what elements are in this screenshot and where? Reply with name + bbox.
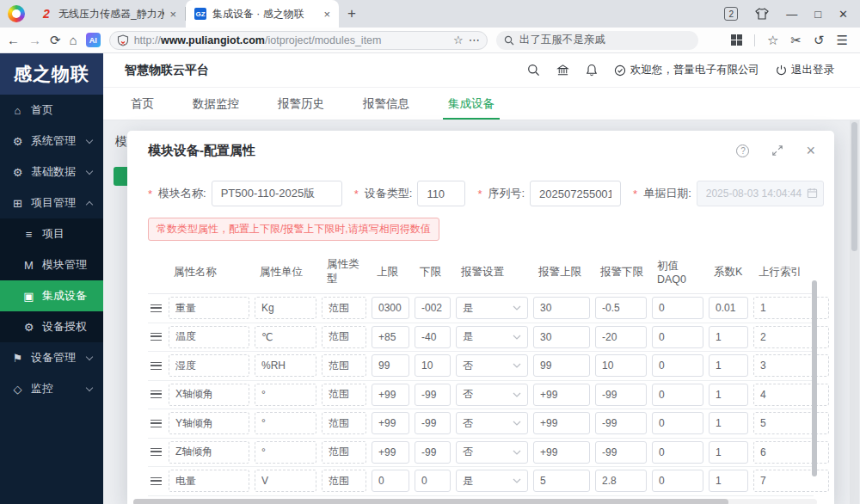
- init-daq0-input[interactable]: [652, 441, 703, 464]
- prop-type-input[interactable]: [322, 470, 366, 492]
- alarm-upper-input[interactable]: [533, 412, 590, 434]
- sidebar-item-module-mgmt[interactable]: M 模块管理: [0, 249, 103, 280]
- prop-name-input[interactable]: [169, 470, 249, 492]
- modal-close-icon[interactable]: ×: [806, 143, 815, 158]
- drag-handle-icon[interactable]: [148, 448, 163, 456]
- screenshot-scissors-icon[interactable]: ✂: [790, 34, 802, 46]
- prop-type-input[interactable]: [322, 297, 366, 319]
- browser-logo-icon[interactable]: [8, 5, 25, 22]
- uplink-index-input[interactable]: [753, 470, 829, 492]
- prop-unit-input[interactable]: [255, 384, 316, 406]
- prop-type-input[interactable]: [322, 412, 366, 434]
- alarm-lower-input[interactable]: [595, 470, 647, 492]
- prop-unit-input[interactable]: [255, 412, 316, 434]
- prop-unit-input[interactable]: [255, 441, 316, 464]
- alarm-setting-select[interactable]: 是: [456, 470, 528, 492]
- upper-limit-input[interactable]: [372, 326, 409, 348]
- prop-type-input[interactable]: [322, 326, 366, 348]
- init-daq0-input[interactable]: [652, 354, 703, 377]
- alarm-lower-input[interactable]: [595, 384, 647, 406]
- table-vertical-scrollbar[interactable]: [812, 280, 817, 476]
- prop-name-input[interactable]: [169, 412, 249, 434]
- ai-extension-icon[interactable]: AI: [86, 33, 101, 47]
- init-daq0-input[interactable]: [652, 326, 703, 348]
- address-bar[interactable]: http://www.puliangiot.com/iotproject/mod…: [109, 31, 488, 50]
- sidebar-item-system-mgmt[interactable]: ⚙ 系统管理: [0, 126, 103, 157]
- tab-integrated-devices[interactable]: 集成设备: [448, 88, 494, 120]
- coefficient-k-input[interactable]: [709, 384, 748, 406]
- prop-name-input[interactable]: [169, 384, 249, 406]
- uplink-index-input[interactable]: [753, 297, 829, 319]
- prop-type-input[interactable]: [322, 354, 366, 377]
- tab-alarm-info[interactable]: 报警信息: [363, 88, 409, 120]
- alarm-upper-input[interactable]: [533, 470, 590, 492]
- sidebar-item-device-auth[interactable]: ⚙ 设备授权: [0, 311, 103, 342]
- serial-number-input[interactable]: [530, 181, 621, 206]
- alarm-setting-select[interactable]: 否: [456, 384, 528, 406]
- drag-handle-icon[interactable]: [148, 477, 163, 485]
- sidebar-item-home[interactable]: ⌂ 首页: [0, 95, 103, 126]
- lower-limit-input[interactable]: [415, 297, 451, 319]
- browser-tab-1[interactable]: 2 无线压力传感器_静力水准仪_ ×: [32, 0, 185, 28]
- coefficient-k-input[interactable]: [709, 412, 748, 434]
- alarm-setting-select[interactable]: 否: [456, 354, 528, 377]
- drag-handle-icon[interactable]: [148, 362, 163, 370]
- more-options-icon[interactable]: ⋯: [469, 34, 480, 46]
- uplink-index-input[interactable]: [753, 384, 829, 406]
- alarm-upper-input[interactable]: [533, 384, 590, 406]
- window-close-button[interactable]: ✕: [838, 8, 848, 21]
- init-daq0-input[interactable]: [652, 384, 703, 406]
- new-tab-button[interactable]: +: [347, 5, 356, 22]
- prop-unit-input[interactable]: [255, 297, 316, 319]
- init-daq0-input[interactable]: [652, 412, 703, 434]
- window-minimize-button[interactable]: —: [786, 8, 797, 21]
- alarm-upper-input[interactable]: [533, 326, 590, 348]
- upper-limit-input[interactable]: [372, 441, 409, 464]
- lower-limit-input[interactable]: [415, 412, 451, 434]
- prop-unit-input[interactable]: [255, 470, 316, 492]
- tab-alarm-history[interactable]: 报警历史: [278, 88, 324, 120]
- alarm-setting-select[interactable]: 是: [456, 326, 528, 348]
- help-icon[interactable]: ?: [736, 144, 749, 157]
- upper-limit-input[interactable]: [372, 412, 409, 434]
- alarm-setting-select[interactable]: 否: [456, 412, 528, 434]
- back-icon[interactable]: ←: [7, 34, 20, 46]
- prop-name-input[interactable]: [169, 326, 249, 348]
- drag-handle-icon[interactable]: [148, 333, 163, 341]
- sidebar-item-projects[interactable]: ≡ 项目: [0, 218, 103, 249]
- prop-type-input[interactable]: [322, 441, 366, 464]
- drag-handle-icon[interactable]: [148, 420, 163, 427]
- coefficient-k-input[interactable]: [709, 470, 748, 492]
- init-daq0-input[interactable]: [652, 470, 703, 492]
- alarm-upper-input[interactable]: [533, 441, 590, 464]
- sidebar-item-base-data[interactable]: ⚙ 基础数据: [0, 157, 103, 187]
- prop-unit-input[interactable]: [255, 326, 316, 348]
- history-undo-icon[interactable]: ↺: [814, 34, 825, 46]
- prop-type-input[interactable]: [322, 384, 366, 406]
- tab-count-badge[interactable]: 2: [724, 7, 738, 21]
- alarm-lower-input[interactable]: [595, 412, 647, 434]
- tab-home[interactable]: 首页: [131, 88, 154, 120]
- init-daq0-input[interactable]: [652, 297, 703, 319]
- menu-hamburger-icon[interactable]: ☰: [837, 34, 848, 46]
- lower-limit-input[interactable]: [415, 326, 451, 348]
- header-search-icon[interactable]: [527, 64, 540, 77]
- page-scrollbar[interactable]: [850, 120, 859, 504]
- prop-name-input[interactable]: [169, 441, 249, 464]
- browser-search-box[interactable]: 出了五服不是亲戚: [496, 31, 698, 50]
- lower-limit-input[interactable]: [415, 354, 451, 377]
- lower-limit-input[interactable]: [415, 384, 451, 406]
- bell-icon[interactable]: [586, 64, 598, 77]
- prop-name-input[interactable]: [169, 354, 249, 377]
- tab1-close-icon[interactable]: ×: [169, 8, 176, 21]
- logout-button[interactable]: 退出登录: [776, 63, 834, 77]
- module-name-input[interactable]: [212, 181, 342, 206]
- apps-grid-icon[interactable]: [731, 34, 742, 46]
- uplink-index-input[interactable]: [753, 441, 829, 464]
- upper-limit-input[interactable]: [372, 470, 409, 492]
- coefficient-k-input[interactable]: [709, 441, 748, 464]
- lower-limit-input[interactable]: [415, 470, 451, 492]
- reload-icon[interactable]: ⟳: [50, 34, 61, 46]
- coefficient-k-input[interactable]: [709, 297, 748, 319]
- prop-name-input[interactable]: [169, 297, 249, 319]
